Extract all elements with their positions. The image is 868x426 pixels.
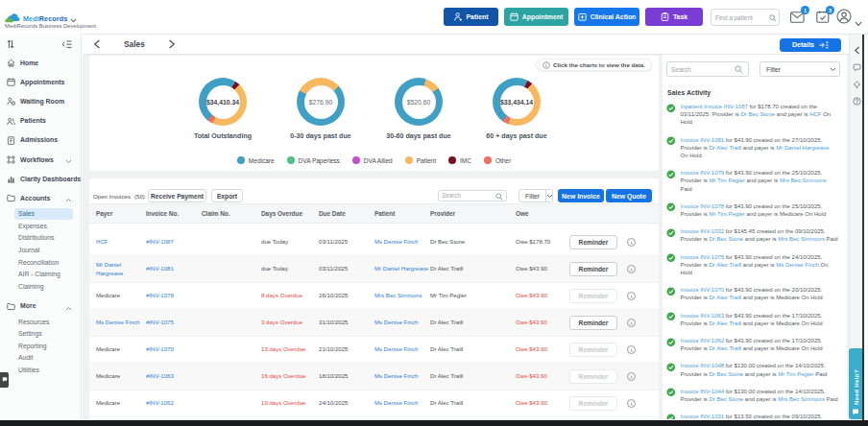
sidebar-item-clarity-dashboards[interactable]: Clarity Dashboards [0, 169, 81, 188]
sidebar-item-home[interactable]: Home [0, 53, 81, 72]
activity-link[interactable]: Invoice INV-1079 [681, 170, 725, 176]
activity-link[interactable]: Invoice INV-1062 [681, 338, 725, 343]
sidebar-subitem-journal[interactable]: Journal [0, 244, 81, 256]
donut-chart-2[interactable]: $276.900-30 days past due [277, 78, 364, 140]
activity-filter-dropdown[interactable]: Filter [760, 61, 840, 77]
activity-link[interactable]: Dr Bec Stone [710, 371, 744, 377]
activity-link[interactable]: Mrs Bec Simmons [778, 236, 825, 242]
sidebar-item-workflows[interactable]: Workflows [0, 150, 81, 169]
activity-search[interactable] [666, 61, 749, 77]
donut-chart-1[interactable]: $34,410.34Total Outstanding [180, 78, 266, 140]
donut-chart-3[interactable]: $520.6030-60 days past due [375, 78, 462, 140]
reminder-button[interactable]: Reminder [569, 343, 617, 357]
patient-button[interactable]: Patient [444, 8, 498, 26]
invoice-no-cell[interactable]: #INV-1081 [146, 265, 202, 272]
invoice-row-inv-1078[interactable]: Medicare#INV-10788 days Overdue26/10/202… [89, 283, 659, 310]
patient-cell[interactable]: Mrs Bec Simmons [374, 292, 430, 299]
invoice-row-inv-1062[interactable]: Medicare#INV-106210 days Overdue24/10/20… [89, 390, 659, 417]
reminder-button[interactable]: Reminder [569, 369, 617, 384]
sidebar-item-accounts[interactable]: Accounts [0, 188, 81, 207]
export-button[interactable]: Export [211, 189, 243, 202]
reminder-button[interactable]: Reminder [569, 396, 617, 411]
find-a-patient-input[interactable] [715, 14, 769, 21]
sidebar-item-more[interactable]: More [0, 296, 81, 316]
chevron-down-icon[interactable] [545, 190, 553, 201]
sidebar-item-admissions[interactable]: Admissions [0, 130, 81, 150]
activity-link[interactable]: Mr Daniel Hargreave [776, 145, 829, 151]
activity-link[interactable]: Mr Tim Pegler [710, 178, 745, 183]
payer-cell[interactable]: Ms Denise Finch [96, 319, 146, 326]
activity-link[interactable]: Invoice INV-1044 [681, 389, 725, 394]
activity-link[interactable]: Mrs Bec Simmons [780, 178, 827, 183]
info-icon[interactable]: i [627, 238, 636, 247]
invoice-row-inv-1075[interactable]: Ms Denise Finch#INV-10753 days Overdue31… [89, 310, 659, 337]
invoice-search[interactable] [438, 190, 507, 202]
invoice-no-cell[interactable]: #INV-1075 [146, 319, 202, 326]
account-menu-button[interactable] [836, 9, 852, 28]
activity-link[interactable]: Mrs Bec Simmons [778, 396, 825, 402]
appointment-button[interactable]: Appointment [504, 8, 568, 26]
pin-icon[interactable] [852, 81, 861, 89]
info-icon[interactable]: i [627, 345, 636, 354]
new-quote-button[interactable]: New Quote [606, 189, 652, 203]
activity-link[interactable]: Inpatient Invoice INV-1087 [681, 104, 748, 109]
chevron-left-icon[interactable] [852, 46, 861, 55]
new-invoice-button[interactable]: New Invoice [558, 189, 604, 203]
reminder-button[interactable]: Reminder [569, 262, 617, 276]
receive-payment-button[interactable]: Receive Payment [148, 189, 206, 202]
details-button[interactable]: Details [780, 38, 841, 52]
patient-cell[interactable]: Ms Denise Finch [374, 399, 430, 407]
donut-chart-4[interactable]: $33,434.1460 + days past due [473, 78, 560, 140]
invoice-no-cell[interactable]: #INV-1078 [146, 292, 202, 299]
activity-link[interactable]: Mr Tim Pegler [778, 371, 813, 377]
sidebar-subitem-resources[interactable]: Resources [0, 316, 81, 328]
activity-link[interactable]: HCF [809, 111, 821, 117]
sidebar-subitem-audit[interactable]: Audit [0, 352, 81, 365]
activity-link[interactable]: Dr Alec Traill [710, 320, 742, 326]
activity-link[interactable]: Dr Alec Traill [710, 262, 742, 268]
activity-link[interactable]: Dr Alec Traill [710, 345, 742, 351]
payer-cell[interactable]: HCF [96, 238, 146, 246]
invoice-no-cell[interactable]: #INV-1070 [146, 345, 202, 353]
activity-link[interactable]: Dr Bec Stone [710, 396, 744, 402]
info-icon[interactable]: i [627, 292, 636, 300]
invoice-row-inv-1087[interactable]: HCF#INV-1087due Today03/11/2025Ms Denise… [89, 229, 659, 256]
patient-cell[interactable]: Ms Denise Finch [374, 372, 430, 380]
patient-cell[interactable]: Ms Denise Finch [374, 345, 430, 353]
sidebar-subitem-distributions[interactable]: Distributions [0, 232, 81, 245]
sidebar-subitem-expenses[interactable]: Expenses [0, 220, 81, 232]
invoice-no-cell[interactable]: #INV-1087 [146, 238, 202, 246]
invoice-search-input[interactable] [442, 192, 495, 199]
account-chevron-down-icon[interactable] [855, 13, 862, 31]
task-button[interactable]: Task [645, 8, 703, 26]
tasks-button[interactable]: 3 [816, 10, 830, 27]
activity-link[interactable]: Invoice INV-1031 [681, 414, 725, 419]
sidebar-subitem-sales[interactable]: Sales [14, 208, 73, 221]
invoice-row-inv-1063[interactable]: Medicare#INV-106316 days Overdue18/10/20… [89, 364, 659, 390]
patient-cell[interactable]: Ms Denise Finch [374, 319, 430, 326]
find-a-patient-search[interactable] [711, 9, 780, 26]
activity-link[interactable]: Dr Bec Stone [710, 236, 744, 242]
invoice-no-cell[interactable]: #INV-1063 [146, 372, 202, 380]
info-icon[interactable]: i [627, 372, 636, 381]
activity-link[interactable]: Invoice INV-1081 [681, 137, 725, 143]
patient-cell[interactable]: Mr Daniel Hargreave [374, 265, 430, 272]
activity-link[interactable]: Invoice INV-1063 [681, 313, 725, 319]
help-circle-icon[interactable] [852, 97, 861, 106]
activity-link[interactable]: Dr Alec Traill [710, 295, 742, 300]
sidebar-subitem-air-claiming[interactable]: AIR - Claiming [0, 268, 81, 280]
chat-widget-tab[interactable] [0, 372, 9, 388]
activity-link[interactable]: Dr Alec Traill [710, 145, 742, 151]
sidebar-subitem-claiming[interactable]: Claiming [0, 280, 81, 293]
info-icon[interactable]: i [627, 265, 636, 273]
invoice-row-inv-1081[interactable]: Mr Daniel Hargreave#INV-1081due Today03/… [89, 256, 659, 283]
sidebar-subitem-reconciliation[interactable]: Reconciliation [0, 256, 81, 269]
sidebar-item-patients[interactable]: Patients [0, 111, 81, 130]
messages-button[interactable]: 1 [790, 10, 805, 27]
patient-cell[interactable]: Ms Denise Finch [374, 238, 430, 246]
activity-link[interactable]: Dr Bec Stone [740, 111, 775, 117]
reminder-button[interactable]: Reminder [569, 235, 617, 249]
activity-link[interactable]: Invoice INV-1075 [681, 254, 725, 260]
invoice-filter-dropdown[interactable]: Filter [518, 189, 553, 202]
info-icon[interactable]: i [627, 399, 636, 408]
